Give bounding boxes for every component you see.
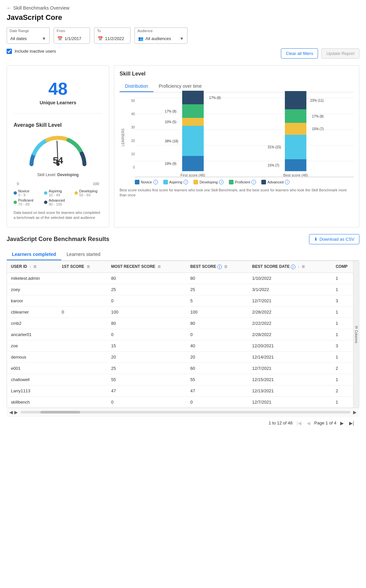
cell-first-score bbox=[58, 272, 107, 284]
include-inactive-row: Include inactive users bbox=[7, 49, 56, 54]
bar-x-label-best: Best score (48) bbox=[283, 173, 308, 177]
y-tick-20: 20 bbox=[131, 139, 135, 143]
left-panel: 48 Unique Learners Average Skill Level bbox=[7, 65, 109, 227]
developing-info-icon[interactable]: i bbox=[219, 180, 224, 184]
aspiring-info-icon[interactable]: i bbox=[183, 180, 188, 184]
date-range-select[interactable]: All dates ▼ bbox=[7, 33, 50, 44]
cell-date: 12/7/2021 bbox=[248, 396, 332, 408]
cell-user-id: ancarter01 bbox=[7, 329, 58, 340]
back-navigation[interactable]: ← Skill Benchmarks Overview bbox=[7, 5, 359, 11]
aspiring-dot bbox=[44, 191, 47, 195]
pagination: 1 to 12 of 48 |◀ ◀ Page 1 of 4 ▶ ▶| bbox=[7, 416, 359, 430]
y-axis-title: LEARNERS bbox=[121, 128, 125, 146]
tab-proficiency[interactable]: Proficiency over time bbox=[153, 81, 207, 92]
gauge-skill-label: Skill Level: Developing bbox=[14, 172, 102, 177]
filter-icon-user-id[interactable]: ☰ bbox=[33, 265, 36, 269]
date-range-label: Date Range bbox=[7, 27, 50, 34]
aspiring-legend-box bbox=[163, 180, 168, 184]
cell-best-score: 0 bbox=[186, 396, 248, 408]
advanced-dot bbox=[44, 201, 47, 204]
bars-wrapper: 19% (9) 38% (18) 10% (5) bbox=[135, 98, 354, 177]
page-last-icon[interactable]: ▶| bbox=[348, 420, 355, 426]
table-row: e001 25 60 12/7/2021 2 bbox=[7, 363, 359, 374]
advanced-info-icon[interactable]: i bbox=[285, 180, 289, 184]
novice-info-icon[interactable]: i bbox=[153, 180, 158, 184]
results-tabs: Learners completed Learners started bbox=[7, 249, 359, 261]
legend-advanced: Advanced90 - 100 bbox=[44, 198, 72, 206]
tab-learners-started[interactable]: Learners started bbox=[61, 249, 106, 260]
to-date-value: 11/2/2022 bbox=[105, 36, 124, 41]
cell-best-score: 80 bbox=[186, 318, 248, 329]
col-user-id: USER ID ↕ ☰ bbox=[7, 261, 58, 273]
page-prev-icon[interactable]: ◀ bbox=[305, 420, 312, 426]
proficient-info-icon[interactable]: i bbox=[251, 180, 256, 184]
results-header: JavaScript Core Benchmark Results ⬇ Down… bbox=[7, 234, 359, 244]
novice-dot bbox=[14, 191, 17, 195]
legend-developing: Developing50 - 69 bbox=[75, 189, 102, 197]
columns-label: Columns bbox=[354, 330, 358, 343]
top-panels: 48 Unique Learners Average Skill Level bbox=[7, 65, 359, 227]
filter-icon-first-score[interactable]: ☰ bbox=[87, 265, 90, 269]
bar-seg-proficient-first: 17% (8) bbox=[182, 104, 204, 118]
scroll-left-icon[interactable]: ◀ bbox=[9, 410, 13, 415]
to-date-input[interactable]: 📅 11/2/2022 bbox=[94, 33, 131, 44]
table-row: ancarter01 0 0 2/28/2022 1 bbox=[7, 329, 359, 340]
sort-icon-user-id[interactable]: ↕ bbox=[29, 265, 31, 269]
col-comp-label: COMP bbox=[336, 264, 347, 269]
page-label: Page 1 of 4 bbox=[314, 420, 337, 425]
cell-first-score bbox=[58, 374, 107, 385]
audience-icon: 👥 bbox=[138, 36, 143, 41]
scroll-arrows: ◀ ▶ bbox=[9, 410, 18, 415]
cell-user-id: challowell bbox=[7, 374, 58, 385]
cell-best-score: 20 bbox=[186, 351, 248, 363]
columns-icon: ☰ bbox=[354, 325, 358, 329]
download-csv-button[interactable]: ⬇ Download as CSV bbox=[309, 234, 360, 244]
scroll-right-icon[interactable]: ▶ bbox=[14, 410, 18, 415]
results-table: USER ID ↕ ☰ 1ST SCORE ☰ MOST RECENT SCOR… bbox=[7, 261, 359, 408]
developing-dot bbox=[75, 191, 78, 195]
scroll-right-end-icon[interactable]: ▶ bbox=[353, 410, 357, 415]
results-table-wrapper: USER ID ↕ ☰ 1ST SCORE ☰ MOST RECENT SCOR… bbox=[7, 261, 359, 408]
cell-most-recent: 25 bbox=[107, 363, 186, 374]
cell-first-score bbox=[58, 363, 107, 374]
cell-user-id: cmb2 bbox=[7, 318, 58, 329]
cell-most-recent: 15 bbox=[107, 340, 186, 351]
scroll-track[interactable] bbox=[21, 411, 350, 414]
best-score-info-icon[interactable]: i bbox=[217, 265, 222, 269]
sort-icon-best-score-date[interactable]: ↕ bbox=[298, 265, 299, 269]
table-row: miketest.admin 80 80 1/10/2022 1 bbox=[7, 272, 359, 284]
chart-legend-aspiring: Aspiring i bbox=[163, 180, 188, 184]
best-score-date-info-icon[interactable]: i bbox=[291, 265, 295, 269]
clear-filters-button[interactable]: Clear all filters bbox=[281, 48, 318, 59]
bar-label-advanced-first: 17% (8) bbox=[209, 96, 221, 99]
include-inactive-checkbox[interactable] bbox=[7, 49, 12, 54]
filter-icon-most-recent[interactable]: ☰ bbox=[158, 265, 161, 269]
col-first-score: 1ST SCORE ☰ bbox=[58, 261, 107, 273]
proficient-label: Proficient70 - 89 bbox=[18, 198, 33, 206]
update-report-button[interactable]: Update Report bbox=[321, 48, 359, 59]
back-arrow-icon: ← bbox=[7, 5, 11, 11]
filters-row: Date Range All dates ▼ From 📅 1/1/2017 T… bbox=[7, 27, 359, 44]
filter-icon-best-score-date[interactable]: ☰ bbox=[302, 265, 305, 269]
filter-icon-best-score[interactable]: ☰ bbox=[224, 265, 227, 269]
from-date-input[interactable]: 📅 1/1/2017 bbox=[54, 33, 90, 44]
page-next-icon[interactable]: ▶ bbox=[339, 420, 345, 426]
cell-date: 12/15/2021 bbox=[248, 374, 332, 385]
page-title: JavaScript Core bbox=[7, 13, 359, 22]
page-first-icon[interactable]: |◀ bbox=[295, 420, 303, 426]
columns-sidebar[interactable]: ☰ Columns bbox=[353, 261, 359, 408]
back-link-label: Skill Benchmarks Overview bbox=[13, 5, 70, 11]
audience-select[interactable]: 👥 All audiences ▼ bbox=[134, 33, 187, 44]
developing-label: Developing50 - 69 bbox=[79, 189, 97, 197]
results-section: JavaScript Core Benchmark Results ⬇ Down… bbox=[7, 234, 359, 430]
chevron-down-icon: ▼ bbox=[180, 36, 184, 41]
include-inactive-label: Include inactive users bbox=[15, 49, 56, 54]
bar-seg-novice-first: 19% (9) bbox=[182, 156, 204, 171]
chart-tabs: Distribution Proficiency over time bbox=[120, 81, 354, 92]
advanced-label: Advanced90 - 100 bbox=[49, 198, 65, 206]
cell-best-score: 47 bbox=[186, 385, 248, 396]
tab-learners-completed[interactable]: Learners completed bbox=[7, 249, 61, 260]
cell-first-score bbox=[58, 295, 107, 306]
tab-distribution[interactable]: Distribution bbox=[120, 81, 153, 92]
bar-label-advanced-best: 23% (11) bbox=[310, 98, 324, 102]
